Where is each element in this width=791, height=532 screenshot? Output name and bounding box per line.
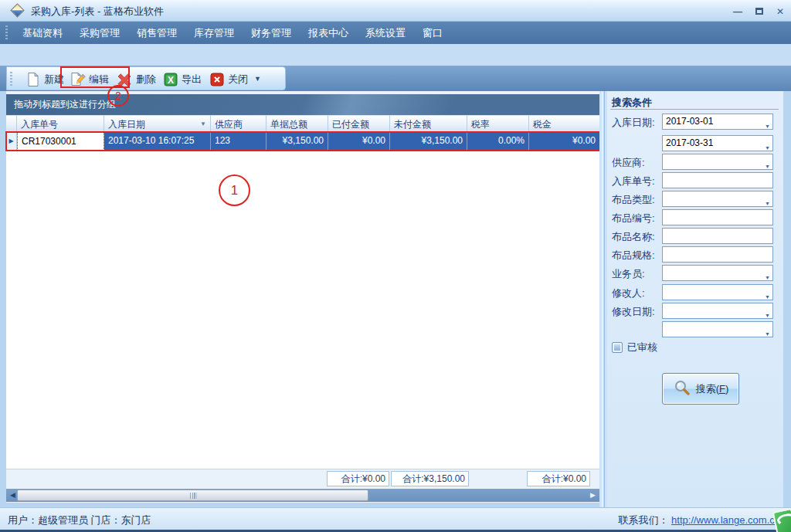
search-panel-title: 搜索条件: [612, 96, 652, 110]
fabric-name-input[interactable]: [662, 228, 773, 244]
menu-item-base-data[interactable]: 基础资料: [14, 26, 71, 40]
delete-button[interactable]: 删除: [116, 70, 156, 88]
total-unpaid: 合计:¥3,150.00: [391, 471, 469, 486]
field-label-fabric-type: 布品类型:: [612, 193, 655, 207]
field-label-supplier: 供应商:: [612, 156, 645, 170]
row-pointer-icon: ▶: [6, 132, 17, 151]
website-link[interactable]: http://www.lange.com.cn: [671, 514, 780, 526]
toolbar-grip-handle[interactable]: [10, 72, 12, 86]
search-icon: [673, 378, 691, 399]
total-tax: 合计:¥0.00: [527, 471, 590, 486]
close-dropdown-arrow-icon[interactable]: ▼: [254, 75, 261, 83]
chevron-down-icon[interactable]: ▼: [765, 270, 770, 285]
modify-date-from-dropdown[interactable]: ▼: [662, 303, 773, 319]
approved-checkbox[interactable]: [612, 342, 623, 353]
contact-label: 联系我们：: [618, 514, 668, 526]
column-header-tax-rate[interactable]: 税率: [467, 115, 529, 132]
app-window: 采购入库-列表 - 蓝格布业软件 — ✕ 基础资料 采购管理 销售管理 库存管理…: [0, 0, 791, 532]
contact-area: 联系我们： http://www.lange.com.cn: [618, 513, 780, 527]
close-red-icon: [209, 72, 225, 87]
maximize-icon: [755, 8, 763, 15]
inbound-date-to-dropdown[interactable]: 2017-03-31▼: [662, 135, 773, 151]
user-store-status: 用户：超级管理员 门店：东门店: [8, 513, 151, 527]
field-label-order-no: 入库单号:: [612, 175, 655, 188]
delete-x-icon: [116, 72, 133, 87]
status-bar: 用户：超级管理员 门店：东门店 联系我们： http://www.lange.c…: [0, 507, 791, 530]
fabric-type-dropdown[interactable]: ▼: [662, 191, 773, 207]
cell-tax-rate[interactable]: 0.00%: [467, 132, 529, 151]
edit-pencil-icon: [70, 72, 86, 87]
menu-item-reports[interactable]: 报表中心: [300, 26, 357, 40]
group-by-bar[interactable]: 拖动列标题到这进行分组: [6, 94, 599, 115]
menu-item-settings[interactable]: 系统设置: [357, 26, 414, 40]
cell-total[interactable]: ¥3,150.00: [266, 132, 328, 151]
cell-tax[interactable]: ¥0.00: [529, 132, 599, 151]
column-header-unpaid[interactable]: 未付金额: [390, 115, 467, 132]
order-no-input[interactable]: [662, 172, 773, 188]
panel-divider: [610, 109, 779, 110]
search-button[interactable]: 搜索(F): [662, 373, 739, 405]
fabric-spec-input[interactable]: [662, 246, 773, 263]
export-button[interactable]: X 导出: [163, 70, 202, 88]
cell-date[interactable]: 2017-03-10 16:07:25: [104, 132, 211, 151]
cell-order-no[interactable]: CR17030001: [17, 132, 104, 151]
scroll-right-icon[interactable]: ▶: [588, 489, 598, 502]
modify-date-to-dropdown[interactable]: ▼: [662, 321, 773, 337]
column-header-supplier[interactable]: 供应商: [211, 115, 266, 132]
app-logo-icon: [10, 3, 24, 17]
search-button-label: 搜索(F): [696, 382, 729, 396]
supplier-dropdown[interactable]: ▼: [662, 154, 773, 170]
row-indicator-header: [6, 115, 17, 132]
new-button[interactable]: 新建: [25, 70, 64, 88]
toolbar: 新建 编辑 删除 X 导出 关闭 ▼: [6, 66, 286, 90]
edit-button[interactable]: 编辑: [70, 70, 109, 88]
field-label-modifier: 修改人:: [612, 286, 645, 300]
column-header-paid[interactable]: 已付金额: [328, 115, 390, 132]
close-window-button[interactable]: ✕: [772, 6, 788, 19]
field-label-fabric-name: 布品名称:: [612, 230, 655, 244]
export-excel-icon: X: [163, 72, 178, 87]
toolbar-band: 新建 编辑 删除 X 导出 关闭 ▼: [0, 66, 791, 91]
maximize-button[interactable]: [752, 6, 767, 19]
column-header-date[interactable]: 入库日期 ▼: [104, 115, 211, 132]
search-panel: 搜索条件 入库日期: 2017-03-01▼ 2017-03-31▼ 供应商: …: [607, 91, 783, 507]
svg-text:X: X: [168, 74, 174, 85]
column-header-order-no[interactable]: 入库单号: [17, 115, 104, 132]
grid-header-row: 入库单号 入库日期 ▼ 供应商 单据总额 已付金额 未付金额 税率 税金: [6, 115, 599, 132]
menu-item-inventory[interactable]: 库存管理: [185, 26, 243, 40]
approved-checkbox-label: 已审核: [627, 341, 657, 354]
horizontal-scrollbar[interactable]: ◀ ▶: [6, 489, 599, 502]
cell-unpaid[interactable]: ¥3,150.00: [390, 132, 467, 151]
total-paid: 合计:¥0.00: [327, 471, 389, 486]
column-header-total[interactable]: 单据总额: [266, 115, 328, 132]
field-label-fabric-spec: 布品规格:: [612, 249, 655, 263]
inbound-date-from-dropdown[interactable]: 2017-03-01▼: [662, 114, 773, 130]
field-label-inbound-date: 入库日期:: [612, 116, 655, 130]
chevron-down-icon[interactable]: ▼: [765, 119, 770, 134]
chevron-down-icon[interactable]: ▼: [765, 327, 770, 341]
new-document-icon: [25, 72, 41, 87]
scrollbar-thumb[interactable]: [17, 490, 368, 501]
grid-body: [6, 115, 599, 469]
menu-item-purchase[interactable]: 采购管理: [71, 26, 128, 40]
salesperson-dropdown[interactable]: ▼: [662, 265, 773, 281]
cell-supplier[interactable]: 123: [211, 132, 266, 151]
menu-grip-handle[interactable]: [5, 25, 8, 40]
cell-paid[interactable]: ¥0.00: [328, 132, 390, 151]
panel-splitter[interactable]: [599, 91, 607, 507]
fabric-code-input[interactable]: [662, 209, 773, 225]
data-grid: 拖动列标题到这进行分组 入库单号 入库日期 ▼ 供应商 单据总额 已付金额 未付…: [6, 91, 599, 503]
column-header-tax[interactable]: 税金: [529, 115, 599, 132]
menu-item-finance[interactable]: 财务管理: [243, 26, 300, 40]
menu-bar: 基础资料 采购管理 销售管理 库存管理 财务管理 报表中心 系统设置 窗口: [0, 22, 791, 44]
menu-item-sales[interactable]: 销售管理: [128, 26, 185, 40]
close-tab-button[interactable]: 关闭: [209, 70, 248, 88]
minimize-button[interactable]: —: [730, 6, 745, 19]
menu-item-window[interactable]: 窗口: [414, 26, 451, 40]
title-bar: 采购入库-列表 - 蓝格布业软件 — ✕: [0, 0, 791, 22]
table-row-selected[interactable]: ▶ CR17030001 2017-03-10 16:07:25 123 ¥3,…: [6, 132, 599, 151]
scrollbar-grip-icon: [189, 493, 196, 499]
field-label-salesperson: 业务员:: [612, 267, 645, 281]
field-label-modify-date: 修改日期:: [612, 305, 655, 319]
modifier-dropdown[interactable]: ▼: [662, 284, 773, 300]
